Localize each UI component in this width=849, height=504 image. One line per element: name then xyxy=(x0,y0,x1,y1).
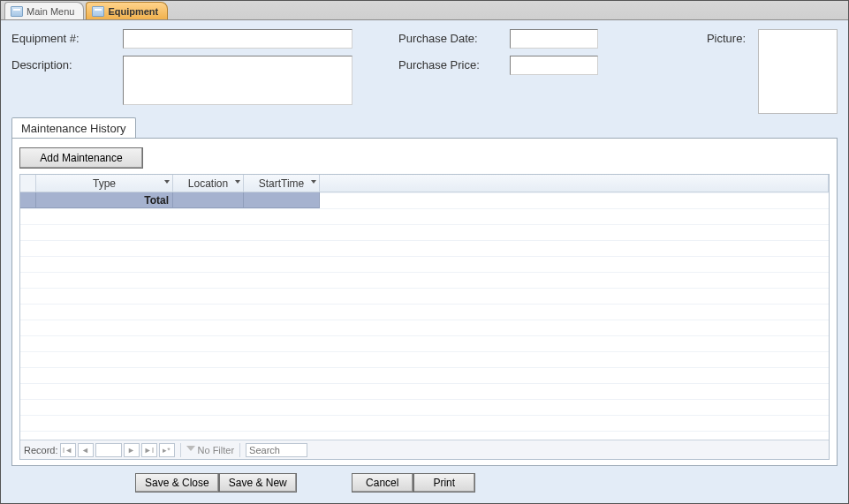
label-description: Description: xyxy=(11,56,117,71)
nav-prev-button[interactable]: ◄ xyxy=(78,443,94,457)
label-picture: Picture: xyxy=(603,29,753,45)
record-number-input[interactable] xyxy=(95,443,122,457)
tab-equipment[interactable]: Equipment xyxy=(86,2,168,19)
cancel-button[interactable]: Cancel xyxy=(352,473,413,493)
inner-tab-head: Maintenance History xyxy=(11,117,838,139)
row-selector-header[interactable] xyxy=(20,175,36,192)
maintenance-tab-body: Add Maintenance Type Location xyxy=(11,138,838,466)
purchase-price-field[interactable] xyxy=(510,56,598,75)
col-extra[interactable] xyxy=(320,175,829,192)
total-cell-location xyxy=(173,192,244,208)
save-new-button[interactable]: Save & New xyxy=(219,473,297,493)
tab-maintenance-history[interactable]: Maintenance History xyxy=(11,117,136,139)
search-input[interactable] xyxy=(246,443,307,457)
save-close-button[interactable]: Save & Close xyxy=(135,473,219,493)
col-starttime[interactable]: StartTime xyxy=(244,175,320,192)
print-button[interactable]: Print xyxy=(413,473,475,493)
purchase-date-field[interactable] xyxy=(510,29,598,49)
label-equipment-no: Equipment #: xyxy=(11,29,117,45)
record-label: Record: xyxy=(24,445,58,455)
grid-lines-decor xyxy=(20,192,829,440)
tab-label: Equipment xyxy=(108,6,158,17)
maintenance-tab-control: Maintenance History Add Maintenance Type… xyxy=(11,117,838,466)
datasheet-header: Type Location StartTime xyxy=(20,175,829,192)
add-maintenance-button[interactable]: Add Maintenance xyxy=(19,147,143,169)
chevron-down-icon xyxy=(311,180,316,184)
col-label: Location xyxy=(188,177,228,190)
maintenance-datasheet: Type Location StartTime xyxy=(19,174,830,460)
tab-label: Main Menu xyxy=(27,6,74,17)
action-bar: Save & Close Save & New Cancel Print xyxy=(11,470,838,496)
tab-main-menu[interactable]: Main Menu xyxy=(4,2,84,19)
total-cell-starttime xyxy=(244,192,320,208)
app-window: Main Menu Equipment Equipment #: Purchas… xyxy=(0,0,849,504)
total-cell: Total xyxy=(36,192,173,208)
top-fields-grid: Equipment #: Purchase Date: Picture: Des… xyxy=(11,29,838,105)
chevron-down-icon xyxy=(235,180,240,184)
nav-next-button[interactable]: ► xyxy=(124,443,140,457)
picture-box[interactable] xyxy=(758,29,838,114)
row-selector[interactable] xyxy=(20,192,36,208)
record-navigator: Record: I◄ ◄ ► ►I ▸* No Filter xyxy=(20,440,829,459)
col-location[interactable]: Location xyxy=(173,175,244,192)
equipment-no-field[interactable] xyxy=(123,29,352,49)
no-filter-indicator[interactable]: No Filter xyxy=(180,443,241,457)
col-type[interactable]: Type xyxy=(36,175,173,192)
nav-last-button[interactable]: ►I xyxy=(141,443,157,457)
funnel-icon xyxy=(186,446,195,455)
document-tab-strip: Main Menu Equipment xyxy=(1,1,848,20)
label-purchase-price: Purchase Price: xyxy=(398,56,504,71)
chevron-down-icon xyxy=(164,180,170,184)
description-field[interactable] xyxy=(123,56,352,105)
no-filter-label: No Filter xyxy=(198,445,235,455)
total-row: Total xyxy=(20,192,829,208)
equipment-form: Equipment #: Purchase Date: Picture: Des… xyxy=(1,20,848,503)
form-icon xyxy=(92,6,104,17)
datasheet-body[interactable]: Total xyxy=(20,192,829,440)
label-purchase-date: Purchase Date: xyxy=(398,29,504,45)
nav-new-button[interactable]: ▸* xyxy=(159,443,175,457)
nav-first-button[interactable]: I◄ xyxy=(60,443,76,457)
col-label: StartTime xyxy=(259,177,305,190)
col-label: Type xyxy=(93,177,116,190)
form-icon xyxy=(11,6,23,17)
